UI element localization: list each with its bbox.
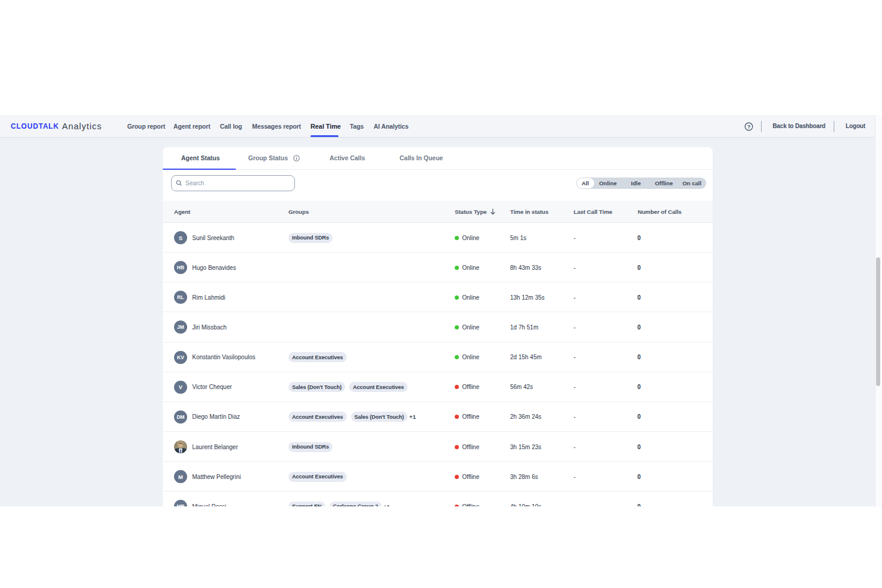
svg-text:?: ?	[747, 124, 750, 130]
